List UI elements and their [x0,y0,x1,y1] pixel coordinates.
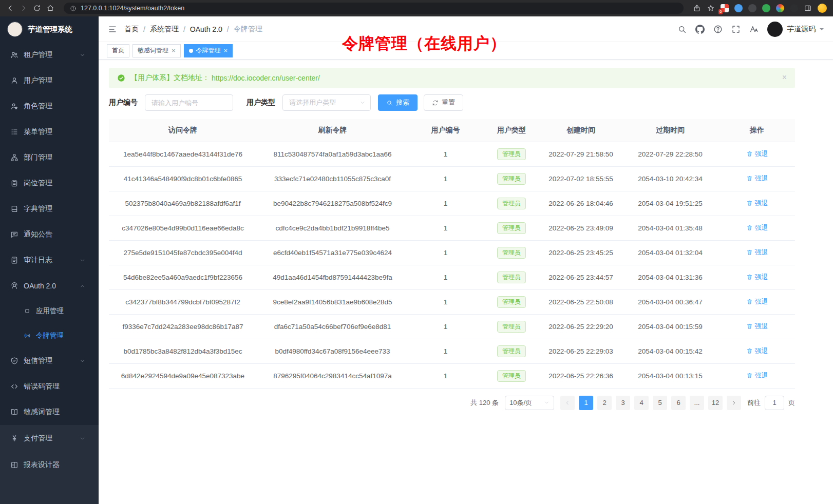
pagination-page[interactable]: 2 [597,396,612,410]
fullscreen-icon[interactable] [731,25,741,34]
force-logout-button[interactable]: 强退 [746,248,768,257]
pagination-page[interactable]: 6 [671,396,686,410]
user-id-input[interactable] [145,94,233,111]
pagination-page[interactable]: 5 [653,396,667,410]
sidebar-item-oauth2[interactable]: OAuth 2.0 [0,273,99,299]
pagination-page[interactable]: 4 [634,396,649,410]
help-icon[interactable] [713,25,723,34]
extension-icon-grid[interactable]: 6 [721,4,729,12]
sidebar-item-audit-log[interactable]: 审计日志 [0,247,99,273]
user-type-badge: 管理员 [497,148,526,160]
sidebar-item-dict[interactable]: 字典管理 [0,196,99,222]
sidebar-item-label: 审计日志 [24,256,52,265]
sidebar-item-notice[interactable]: 通知公告 [0,222,99,247]
sidebar-item-label: 角色管理 [24,102,52,111]
breadcrumb-item[interactable]: 系统管理 [150,25,179,34]
alert-close-icon[interactable]: × [782,73,787,82]
browser-home-icon[interactable] [46,4,54,12]
side-panel-icon[interactable] [804,4,812,12]
pagination-more[interactable]: ... [690,396,704,410]
sidebar-item-report-designer[interactable]: 报表设计器 [0,452,99,478]
access-token-text: c342377bf8b344799dcbf7bf095287f2 [125,298,240,306]
org-tree-icon [10,153,18,162]
reset-button[interactable]: 重置 [424,94,463,111]
address-bar[interactable]: 127.0.0.1:1024/system/oauth2/token [64,3,684,14]
tab-close-icon[interactable]: × [224,47,228,54]
user-id-text: 1 [444,150,448,158]
tab-sensitive-word[interactable]: 敏感词管理× [132,44,181,57]
action-cell: 强退 [719,339,795,363]
expires-at-text: 2054-03-04 00:15:59 [638,323,702,331]
doc-link[interactable]: https://doc.iocoder.cn/user-center/ [212,74,320,82]
sidebar-item-user[interactable]: 用户管理 [0,68,99,93]
breadcrumb-item[interactable]: 首页 [124,25,139,34]
user-id-cell: 1 [408,240,483,265]
sidebar-item-tenant[interactable]: 租户管理 [0,42,99,68]
chevron-down-icon [544,400,550,405]
access-token-text: 502375b8040a469a9b82188afdf6af1f [125,200,240,207]
sidebar-item-sensitive-word[interactable]: 敏感词管理 [0,399,99,425]
tags-view-bar: 首页 敏感词管理× 令牌管理× [99,42,833,60]
extension-icon-pinwheel[interactable] [776,4,784,12]
sidebar-fold-icon[interactable] [108,25,117,34]
user-type-select[interactable]: 请选择用户类型 [282,94,371,111]
site-info-icon[interactable] [70,5,77,12]
sidebar-item-role[interactable]: 角色管理 [0,93,99,119]
extension-icon-blue[interactable] [734,4,743,12]
message-icon [10,230,18,239]
force-logout-button[interactable]: 强退 [746,273,768,282]
sidebar-item-error-code[interactable]: 错误码管理 [0,374,99,399]
force-logout-button[interactable]: 强退 [746,223,768,232]
tab-home[interactable]: 首页 [107,44,129,57]
font-size-icon[interactable] [749,25,759,34]
tab-close-icon[interactable]: × [172,47,176,54]
extension-icon-dark[interactable] [748,4,756,12]
github-icon[interactable] [695,25,705,34]
created-at-text: 2022-06-25 23:44:57 [548,274,613,281]
bookmark-star-icon[interactable] [707,4,715,12]
refresh-token-cell: 811c530487574fa0af1a59d3abc1aa66 [257,142,408,166]
page-size-value: 10条/页 [509,398,532,408]
force-logout-button[interactable]: 强退 [746,371,768,380]
page-size-select[interactable]: 10条/页 [505,396,554,410]
browser-profile-avatar[interactable] [818,4,827,13]
tab-label: 令牌管理 [196,46,221,55]
trash-icon [746,200,753,206]
extension-icon-green[interactable] [762,4,770,12]
sidebar-item-post[interactable]: 岗位管理 [0,170,99,196]
expires-at-cell: 2054-03-10 20:42:34 [621,166,719,191]
force-logout-button[interactable]: 强退 [746,297,768,306]
pagination-page[interactable]: 3 [616,396,630,410]
force-logout-label: 强退 [755,223,768,232]
browser-reload-icon[interactable] [33,4,41,12]
prev-page-button[interactable] [560,396,575,410]
sidebar-item-dept[interactable]: 部门管理 [0,145,99,170]
share-icon[interactable] [693,4,701,12]
user-menu[interactable]: 芋道源码 [767,22,824,37]
sidebar-item-oauth2-token[interactable]: 令牌管理 [0,323,99,348]
browser-forward-icon[interactable] [20,4,28,12]
user-type-cell: 管理员 [483,166,540,191]
next-page-button[interactable] [727,396,741,410]
browser-back-icon[interactable] [6,4,14,12]
breadcrumb-item[interactable]: OAuth 2.0 [190,25,222,33]
pagination-page[interactable]: 1 [579,396,593,410]
force-logout-button[interactable]: 强退 [746,174,768,183]
extension-icon-paw[interactable] [790,4,798,12]
tab-token-management[interactable]: 令牌管理× [184,44,233,57]
goto-page-input[interactable] [765,396,784,410]
sidebar-item-sms[interactable]: 短信管理 [0,348,99,374]
access-token-cell: c342377bf8b344799dcbf7bf095287f2 [109,289,257,314]
force-logout-button[interactable]: 强退 [746,346,768,356]
force-logout-button[interactable]: 强退 [746,149,768,159]
expires-at-cell: 2054-03-04 19:51:25 [621,191,719,216]
action-cell: 强退 [719,216,795,240]
sidebar-item-pay[interactable]: 支付管理 [0,425,99,452]
force-logout-button[interactable]: 强退 [746,322,768,331]
sidebar-item-menu[interactable]: 菜单管理 [0,119,99,145]
force-logout-button[interactable]: 强退 [746,199,768,208]
sidebar-item-oauth2-app[interactable]: 应用管理 [0,299,99,323]
search-icon[interactable] [677,25,687,34]
search-button[interactable]: 搜索 [378,94,418,111]
pagination-page[interactable]: 12 [708,396,723,410]
